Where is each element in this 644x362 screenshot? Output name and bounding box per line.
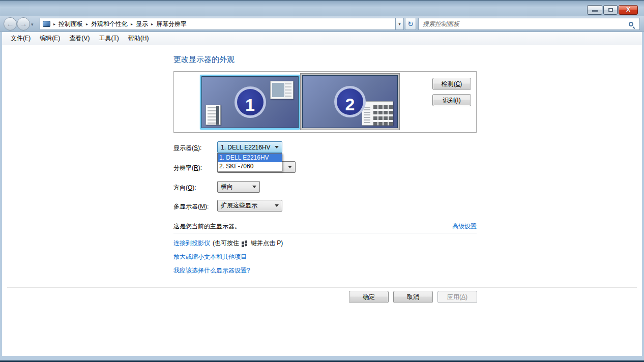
breadcrumb-item-screen-resolution[interactable]: 屏幕分辨率	[156, 20, 187, 28]
menu-view[interactable]: 查看(V)	[65, 33, 94, 44]
primary-display-row: 这是您当前的主显示器。 高级设置	[173, 222, 477, 231]
chevron-down-icon	[288, 166, 292, 168]
chevron-down-icon	[275, 204, 279, 207]
identify-button[interactable]: 识别(I)	[432, 94, 471, 106]
search-box[interactable]: 搜索控制面板	[418, 18, 640, 30]
display-combobox[interactable]: 1. DELL E2216HV	[217, 141, 282, 153]
caption-buttons: X	[587, 5, 638, 15]
breadcrumb-separator-icon: ▸	[131, 21, 133, 26]
multi-display-combobox-value: 扩展这些显示	[221, 201, 257, 210]
dpi-row: 放大或缩小文本和其他项目	[173, 253, 247, 261]
close-icon: X	[626, 6, 630, 13]
dropdown-option-2[interactable]: 2. SKF-7060	[218, 162, 282, 171]
breadcrumb-item-control-panel[interactable]: 控制面板	[58, 20, 83, 28]
address-dropdown-button[interactable]: ▾	[396, 18, 404, 30]
monitor-1[interactable]: 1	[200, 75, 300, 130]
address-bar[interactable]: ▸ 控制面板 ▸ 外观和个性化 ▸ 显示 ▸ 屏幕分辨率	[40, 18, 396, 30]
multi-display-combobox[interactable]: 扩展这些显示	[217, 200, 282, 212]
menu-tools[interactable]: 工具(T)	[94, 33, 123, 44]
minimize-icon	[592, 10, 598, 12]
advanced-settings-link[interactable]: 高级设置	[452, 222, 477, 231]
chevron-down-icon	[275, 146, 279, 148]
windows-logo-icon	[242, 240, 248, 247]
monitor-2-number: 2	[334, 86, 366, 117]
divider	[7, 287, 637, 288]
close-button[interactable]: X	[619, 5, 638, 15]
search-input[interactable]: 搜索控制面板	[419, 20, 629, 28]
restore-button[interactable]	[603, 5, 618, 15]
display-settings-help-link[interactable]: 我应该选择什么显示器设置?	[173, 266, 250, 275]
detect-button[interactable]: 检测(C)	[432, 78, 471, 90]
monitor-2-screen: 2	[302, 75, 398, 128]
monitor-arrangement-panel: 1 2 检测(C) 识别(I)	[173, 71, 477, 133]
breadcrumb-separator-icon: ▸	[53, 21, 55, 26]
monitor-1-screen: 1	[201, 76, 299, 128]
history-chevron-icon[interactable]: ▾	[31, 22, 34, 27]
page-title: 更改显示器的外观	[173, 55, 235, 65]
menu-edit[interactable]: 编辑(E)	[35, 33, 65, 44]
window-thumbnail-icon	[270, 81, 294, 99]
monitor-2[interactable]: 2	[301, 74, 399, 130]
cancel-button[interactable]: 取消	[393, 291, 433, 303]
back-icon: ←	[7, 19, 14, 28]
search-icon	[629, 22, 633, 26]
projector-row: 连接到投影仪 (也可按住 键并点击 P)	[173, 239, 283, 248]
orientation-combobox[interactable]: 横向	[217, 181, 260, 193]
grid-thumbnail-icon	[362, 101, 393, 126]
breadcrumb-separator-icon: ▸	[151, 21, 153, 26]
forward-icon: →	[20, 19, 27, 28]
breadcrumb-item-display[interactable]: 显示	[136, 20, 148, 28]
chevron-down-icon: ▾	[398, 22, 400, 26]
display-label: 显示器(S):	[173, 144, 201, 153]
restore-icon	[608, 8, 613, 12]
breadcrumb-separator-icon: ▸	[86, 21, 88, 26]
help-row: 我应该选择什么显示器设置?	[173, 266, 250, 275]
navigation-bar: ← → ▾ ▸ 控制面板 ▸ 外观和个性化 ▸ 显示 ▸ 屏幕分辨率 ▾ ↻ 搜…	[0, 16, 644, 32]
forward-button[interactable]: →	[17, 17, 30, 31]
titlebar	[0, 1, 644, 16]
window: X ← → ▾ ▸ 控制面板 ▸ 外观和个性化 ▸ 显示 ▸ 屏幕分辨率 ▾ ↻…	[0, 0, 644, 362]
monitor-1-number: 1	[235, 86, 266, 118]
chevron-down-icon	[252, 186, 256, 188]
window-bottom-frame	[0, 356, 644, 362]
menu-bar: 文件(F) 编辑(E) 查看(V) 工具(T) 帮助(H)	[2, 32, 642, 45]
make-text-larger-link[interactable]: 放大或缩小文本和其他项目	[173, 253, 247, 261]
primary-display-note: 这是您当前的主显示器。	[173, 222, 241, 231]
menu-file[interactable]: 文件(F)	[6, 33, 35, 44]
back-button[interactable]: ←	[4, 17, 17, 31]
projector-hint-pre: (也可按住	[213, 239, 239, 248]
content-area: 更改显示器的外观 1 2 检测(C) 识别(I) 显示器(S): 1. DELL…	[2, 45, 642, 356]
display-dropdown-list: 1. DELL E2216HV 2. SKF-7060	[217, 153, 282, 171]
minimize-button[interactable]	[587, 5, 602, 15]
multi-display-label: 多显示器(M):	[173, 202, 209, 211]
connect-projector-link[interactable]: 连接到投影仪	[173, 239, 210, 248]
orientation-label: 方向(O):	[173, 184, 196, 192]
projector-hint-post: 键并点击 P)	[251, 239, 283, 248]
apply-button[interactable]: 应用(A)	[437, 291, 477, 303]
ok-button[interactable]: 确定	[349, 291, 389, 303]
divider	[173, 233, 477, 233]
display-combobox-value: 1. DELL E2216HV	[221, 144, 271, 151]
menu-help[interactable]: 帮助(H)	[124, 33, 154, 44]
display-icon	[43, 21, 50, 27]
gadget-thumbnail-icon	[206, 105, 221, 125]
refresh-icon: ↻	[407, 20, 414, 28]
dropdown-option-1[interactable]: 1. DELL E2216HV	[218, 154, 282, 162]
refresh-button[interactable]: ↻	[405, 18, 416, 30]
orientation-combobox-value: 横向	[221, 183, 233, 191]
resolution-label: 分辨率(R):	[173, 164, 202, 172]
breadcrumb-item-appearance[interactable]: 外观和个性化	[91, 20, 128, 28]
